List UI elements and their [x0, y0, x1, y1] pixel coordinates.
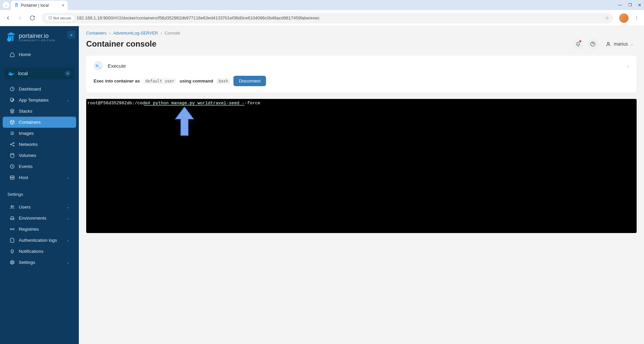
breadcrumb-container-name[interactable]: AdventureLog-SERVER [113, 31, 158, 36]
sidebar-item-dashboard[interactable]: Dashboard [3, 83, 76, 95]
tab-close-icon[interactable]: × [62, 3, 64, 8]
edit-icon [9, 98, 15, 103]
disconnect-button[interactable]: Disconnect [233, 76, 266, 86]
list-icon [9, 131, 15, 136]
sidebar-item-label: Networks [19, 142, 38, 147]
card-title: Execute [108, 63, 126, 69]
env-close-icon[interactable]: × [65, 70, 71, 76]
url-input[interactable]: Not secure 192.168.1.18:9000/#!/2/docker… [42, 13, 613, 23]
card-header[interactable]: >_ Execute ⌄ [86, 56, 637, 76]
svg-point-22 [607, 42, 609, 44]
users-icon [9, 205, 15, 210]
chevron-down-icon: ⌄ [626, 64, 629, 68]
maximize-icon[interactable]: ❐ [628, 3, 632, 7]
url-text: 192.168.1.18:9000/#!/2/docker/containers… [76, 15, 319, 20]
file-icon [9, 238, 15, 243]
annotation-underline [144, 105, 245, 106]
page-title: Container console [86, 39, 156, 49]
sidebar-item-label: Containers [19, 120, 41, 125]
back-button[interactable] [3, 13, 13, 23]
sidebar-item-stacks[interactable]: Stacks [3, 106, 76, 117]
tab-search-dropdown[interactable]: ⌄ [3, 2, 9, 8]
settings-section-header: Settings [0, 186, 79, 199]
layers-icon [9, 109, 15, 114]
sidebar-item-label: Authentication logs [19, 238, 57, 243]
box-icon [9, 120, 15, 125]
minimize-icon[interactable]: — [618, 3, 622, 7]
collapse-sidebar-button[interactable]: « [67, 31, 75, 39]
sidebar-item-environments[interactable]: Environments ⌄ [3, 213, 76, 224]
close-window-icon[interactable]: ✕ [638, 3, 641, 7]
sidebar-item-containers[interactable]: Containers [3, 117, 76, 128]
terminal-prompt: root@f56d352982db:/code# [88, 101, 150, 106]
sidebar-item-label: Settings [19, 260, 35, 265]
bookmark-star-icon[interactable]: ☆ [605, 15, 609, 20]
notifications-button[interactable] [573, 38, 584, 50]
brand-logo[interactable]: portainer.io COMMUNITY EDITION [0, 26, 79, 46]
portainer-favicon-icon [14, 3, 19, 8]
sidebar-item-label: Events [19, 164, 33, 169]
help-button[interactable] [587, 38, 599, 50]
sidebar-item-label: Volumes [19, 153, 36, 158]
sidebar-item-notifications[interactable]: Notifications [3, 246, 76, 257]
svg-rect-2 [12, 36, 13, 41]
svg-point-19 [12, 229, 13, 230]
sidebar-item-label: Environments [19, 216, 47, 221]
sidebar-item-images[interactable]: Images [3, 128, 76, 139]
sidebar-item-label: Notifications [19, 249, 44, 254]
breadcrumb: Containers › AdventureLog-SERVER › Conso… [86, 31, 637, 36]
sidebar-item-events[interactable]: Events [3, 161, 76, 172]
sidebar-item-registries[interactable]: Registries [3, 224, 76, 235]
sidebar-item-volumes[interactable]: Volumes [3, 150, 76, 161]
chevron-down-icon: ⌄ [67, 98, 69, 102]
svg-point-10 [10, 144, 11, 145]
not-secure-badge[interactable]: Not secure [46, 15, 74, 21]
clock-icon [9, 164, 15, 169]
browser-profile-avatar[interactable] [619, 13, 629, 23]
chevron-down-icon: ⌄ [67, 216, 69, 220]
svg-point-18 [13, 206, 14, 207]
sidebar-item-settings[interactable]: Settings ⌄ [3, 257, 76, 268]
sidebar-item-label: Registries [19, 227, 39, 232]
sidebar-item-label: Stacks [19, 109, 33, 114]
svg-point-11 [13, 142, 14, 144]
terminal[interactable]: root@f56d352982db:/code# python manage.p… [86, 99, 637, 233]
sidebar-item-label: Users [19, 205, 31, 210]
sidebar-item-host[interactable]: Host ⌄ [3, 172, 76, 183]
sidebar-item-home[interactable]: Home [3, 49, 76, 60]
window-controls: — ❐ ✕ [618, 3, 641, 7]
exec-shell: bash [216, 78, 230, 84]
forward-button[interactable] [15, 13, 25, 23]
bell-icon [9, 249, 15, 254]
sidebar-item-app-templates[interactable]: App Templates ⌄ [3, 95, 76, 106]
exec-label-using: using command [180, 78, 213, 83]
svg-rect-6 [11, 73, 12, 73]
svg-point-17 [11, 206, 12, 207]
svg-rect-7 [10, 72, 11, 72]
sidebar-item-label: Host [19, 175, 28, 180]
svg-rect-4 [9, 73, 10, 73]
sidebar-item-auth-logs[interactable]: Authentication logs ⌄ [3, 235, 76, 246]
sidebar-item-networks[interactable]: Networks [3, 139, 76, 150]
svg-rect-5 [10, 73, 11, 73]
environment-selector[interactable]: local × [4, 67, 75, 79]
chevron-down-icon: ⌄ [67, 261, 69, 264]
svg-point-12 [13, 146, 14, 147]
home-icon [9, 52, 15, 57]
reload-button[interactable] [27, 13, 38, 23]
exec-user: default user [143, 78, 176, 84]
browser-tab-strip: ⌄ Portainer | local × — ❐ ✕ [0, 0, 644, 10]
browser-tab[interactable]: Portainer | local × [11, 1, 68, 10]
main-content: Containers › AdventureLog-SERVER › Conso… [79, 26, 644, 344]
browser-menu-icon[interactable]: ⋮ [632, 15, 641, 21]
database-icon [9, 153, 15, 158]
gear-icon [9, 260, 15, 265]
svg-point-3 [7, 38, 11, 42]
browser-address-bar: Not secure 192.168.1.18:9000/#!/2/docker… [0, 10, 644, 26]
gauge-icon [9, 87, 15, 92]
user-menu[interactable]: marius ⌄ [602, 39, 637, 49]
breadcrumb-containers[interactable]: Containers [86, 31, 106, 36]
breadcrumb-current: Console [165, 31, 180, 36]
execute-card: >_ Execute ⌄ Exec into container as defa… [86, 56, 637, 93]
sidebar-item-users[interactable]: Users ⌄ [3, 202, 76, 213]
